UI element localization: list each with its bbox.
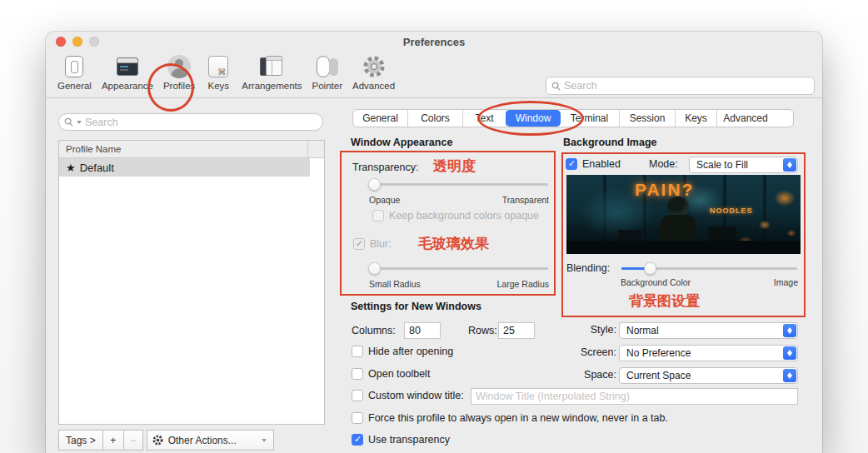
screen-label: Screen: [541, 346, 616, 358]
title-bar: Preferences [46, 32, 822, 52]
blending-slider[interactable] [621, 262, 797, 275]
desktop: Preferences General Appearance Profiles [0, 0, 868, 453]
open-toolbelt-checkbox[interactable] [352, 368, 363, 380]
tab-keys[interactable]: Keys [676, 110, 717, 127]
profile-search-placeholder: Search [85, 117, 118, 128]
hide-after-opening-checkbox[interactable] [352, 346, 363, 357]
hide-after-opening-label: Hide after opening [368, 346, 453, 357]
bg-enabled-label: Enabled [582, 158, 621, 170]
blur-label: Blur: [370, 238, 392, 250]
remove-profile-button[interactable]: − [123, 430, 143, 451]
star-icon: ★ [66, 162, 76, 174]
background-image-preview: PAIN? NOODLES [566, 175, 801, 254]
tab-advanced[interactable]: Advanced [717, 110, 774, 127]
rows-field[interactable] [498, 322, 535, 339]
image-label: Image [774, 277, 798, 287]
tags-button[interactable]: Tags > [58, 430, 103, 451]
general-icon [61, 53, 87, 80]
profile-list: Profile Name ★ Default [58, 140, 325, 425]
arrangements-icon [258, 53, 285, 80]
background-color-label: Background Color [621, 277, 691, 287]
search-icon [64, 117, 73, 127]
custom-window-title-field[interactable] [471, 388, 798, 405]
bg-enabled-checkbox[interactable] [566, 158, 577, 170]
section-new-windows: Settings for New Windows [351, 301, 481, 312]
toolbar-search-input[interactable]: Search [546, 77, 815, 95]
toolbar-item-keys[interactable]: Keys [200, 53, 237, 91]
tab-colors[interactable]: Colors [408, 110, 463, 127]
section-window-appearance: Window Appearance [351, 137, 452, 148]
open-toolbelt-label: Open toolbelt [368, 368, 430, 380]
screen-value: No Preference [626, 347, 691, 359]
screen-dropdown[interactable]: No Preference [619, 345, 798, 361]
force-new-window-checkbox[interactable] [352, 412, 363, 424]
blur-checkbox[interactable] [353, 238, 365, 250]
pointer-icon [314, 53, 341, 80]
tab-session[interactable]: Session [620, 110, 676, 127]
dropdown-stepper-icon [783, 346, 796, 360]
annotation-background: 背景图设置 [629, 291, 700, 311]
rows-label: Rows: [468, 325, 497, 336]
profile-row-default[interactable]: ★ Default [59, 158, 310, 177]
bg-mode-label: Mode: [649, 158, 678, 170]
toolbar-item-arrangements[interactable]: Arrangements [237, 53, 307, 91]
gear-icon [152, 435, 163, 446]
bg-mode-dropdown[interactable]: Scale to Fill [689, 157, 798, 173]
force-new-window-label: Force this profile to always open in a n… [368, 412, 668, 424]
small-radius-label: Small Radius [369, 279, 421, 289]
preview-neon-text-2: NOODLES [710, 207, 753, 215]
style-dropdown[interactable]: Normal [619, 322, 798, 339]
other-actions-label: Other Actions... [168, 435, 237, 446]
use-transparency-checkbox[interactable] [352, 434, 363, 446]
blur-slider-knob[interactable] [368, 262, 381, 275]
preview-figure [667, 197, 689, 217]
preview-neon-text: PAIN? [635, 180, 694, 200]
columns-field[interactable] [404, 322, 441, 339]
bg-mode-value: Scale to Fill [696, 159, 748, 171]
space-label: Space: [541, 369, 616, 381]
profile-name: Default [80, 162, 114, 174]
profile-search-input[interactable]: Search [58, 113, 323, 131]
gear-icon [361, 53, 387, 80]
transparency-slider[interactable] [371, 178, 548, 191]
transparent-label: Transparent [502, 195, 549, 205]
large-radius-label: Large Radius [497, 279, 549, 289]
transparency-slider-knob[interactable] [368, 178, 381, 191]
annotation-circle-profiles [147, 63, 194, 112]
toolbar-item-general[interactable]: General [52, 53, 97, 91]
annotation-transparency: 透明度 [433, 157, 476, 176]
dropdown-stepper-icon [783, 158, 796, 172]
space-value: Current Space [626, 370, 691, 381]
toolbar-item-pointer[interactable]: Pointer [307, 53, 347, 91]
blending-slider-knob[interactable] [644, 262, 656, 275]
tab-general[interactable]: General [353, 110, 408, 127]
window-title: Preferences [46, 36, 822, 48]
add-profile-button[interactable]: + [102, 430, 124, 451]
columns-label: Columns: [352, 325, 396, 336]
blur-slider[interactable] [371, 262, 548, 275]
chevron-down-icon [77, 121, 82, 124]
profile-list-footer: Tags > + − Other Actions... [58, 430, 274, 451]
dropdown-stepper-icon [783, 369, 796, 382]
profile-list-header[interactable]: Profile Name [59, 141, 324, 158]
chevron-down-icon [262, 439, 267, 442]
search-icon [551, 82, 561, 91]
keep-bg-opaque-checkbox[interactable] [372, 210, 384, 222]
style-value: Normal [626, 325, 659, 336]
preferences-toolbar: General Appearance Profiles Keys Arrange… [46, 52, 822, 98]
opaque-label: Opaque [369, 195, 400, 205]
other-actions-dropdown[interactable]: Other Actions... [147, 430, 274, 451]
annotation-blur: 毛玻璃效果 [418, 234, 489, 253]
annotation-circle-window-tab [477, 101, 584, 136]
transparency-label: Transparency: [352, 162, 418, 173]
preferences-window: Preferences General Appearance Profiles [46, 32, 822, 453]
section-background-image: Background Image [563, 137, 657, 148]
keep-bg-opaque-label: Keep background colors opaque [389, 210, 539, 222]
appearance-icon [114, 53, 141, 80]
use-transparency-label: Use transparency [368, 434, 450, 446]
custom-window-title-label: Custom window title: [368, 390, 464, 401]
blending-label: Blending: [566, 262, 610, 274]
space-dropdown[interactable]: Current Space [619, 367, 798, 384]
custom-window-title-checkbox[interactable] [352, 390, 363, 401]
toolbar-item-advanced[interactable]: Advanced [347, 53, 400, 91]
